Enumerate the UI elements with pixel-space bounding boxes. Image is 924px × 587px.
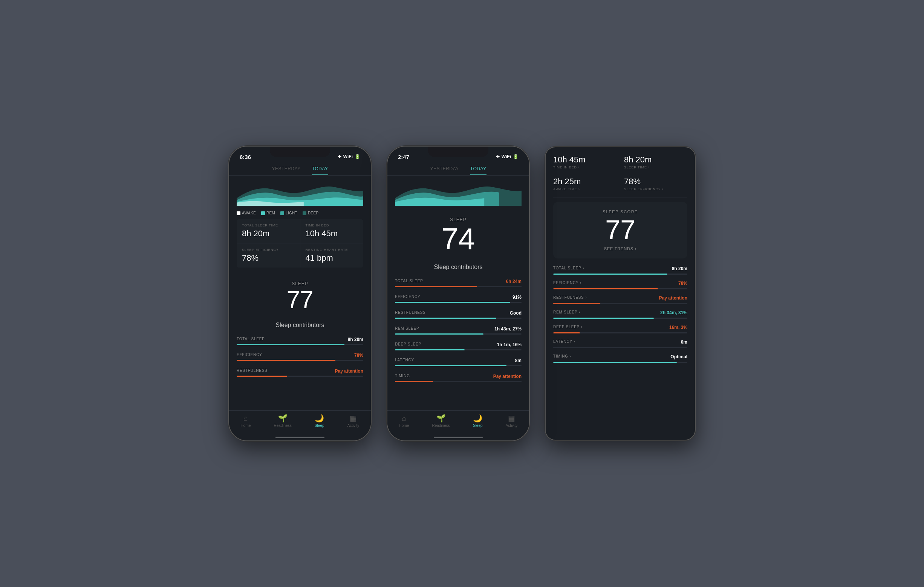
legend-dot-light (280, 211, 284, 215)
contrib-rest-3: RESTFULNESS › Pay attention (553, 295, 687, 304)
stat-efficiency: SLEEP EFFICIENCY 78% (237, 243, 300, 267)
contrib-rem-2: REM SLEEP 1h 43m, 27% (388, 323, 529, 338)
contrib-val-timing-3: Optimal (670, 354, 687, 359)
stat-awake-3[interactable]: 2h 25m AWAKE TIME › (553, 177, 617, 191)
nav-sleep-1[interactable]: 🌙 Sleep (315, 414, 325, 428)
phone-2: 2:47 ✈ WiFi 🔋 YESTERDAY TODAY (387, 146, 530, 441)
nav-readiness-label-1: Readiness (274, 424, 291, 428)
stat-label-total-sleep: TOTAL SLEEP TIME (242, 223, 295, 227)
contrib-val-lat-2: 8m (515, 358, 521, 363)
sleep-score-1: 77 (229, 288, 371, 312)
status-icons-1: ✈ WiFi 🔋 (338, 154, 360, 159)
nav-home-2[interactable]: ⌂ Home (399, 414, 409, 428)
nav-today-2[interactable]: TODAY (470, 166, 487, 175)
contrib-lbl-rem-3[interactable]: REM SLEEP › (553, 310, 580, 315)
contrib-name-rem-2: REM SLEEP (395, 326, 419, 331)
stat-total-sleep: TOTAL SLEEP TIME 8h 20m (237, 219, 300, 243)
bottom-nav-2: ⌂ Home 🌱 Readiness 🌙 Sleep ▦ Activity (388, 410, 529, 437)
partial-content-3: 10h 45m TIME IN BED › 8h 20m SLEEP TIME … (546, 147, 695, 376)
contrib-lbl-rest-3[interactable]: RESTFULNESS › (553, 295, 587, 301)
contrib-lat-2: LATENCY 8m (388, 354, 529, 370)
nav-readiness-1[interactable]: 🌱 Readiness (274, 414, 291, 428)
bar-eff-3 (553, 288, 658, 289)
legend-label-awake: AWAKE (242, 211, 256, 215)
bar-total-sleep-1 (237, 344, 345, 345)
bar-timing-2 (395, 381, 433, 382)
contrib-val-deep-2: 1h 1m, 16% (497, 342, 521, 347)
content-1[interactable]: AWAKE REM LIGHT DEEP (229, 176, 371, 410)
legend-dot-rem (261, 211, 265, 215)
nav-readiness-2[interactable]: 🌱 Readiness (432, 414, 450, 428)
nav-sleep-2[interactable]: 🌙 Sleep (473, 414, 483, 428)
legend-dot-deep (303, 211, 306, 215)
stat-val-awake-3: 2h 25m (553, 177, 617, 186)
activity-icon-2: ▦ (508, 414, 515, 422)
sleep-icon-2: 🌙 (473, 414, 482, 422)
contrib-name-total-sleep-1: TOTAL SLEEP (237, 337, 265, 342)
contrib-lbl-deep-3[interactable]: DEEP SLEEP › (553, 325, 582, 330)
nav-home-label-2: Home (399, 424, 409, 428)
contrib-val-restfulness-1: Pay attention (335, 368, 363, 374)
bar-efficiency-1 (237, 360, 335, 361)
see-trends-3[interactable]: SEE TRENDS › (561, 246, 680, 251)
stat-time-bed: TIME IN BED 10h 45m (300, 219, 364, 243)
bar-rest-2 (395, 318, 496, 319)
readiness-icon-2: 🌱 (436, 414, 446, 422)
bar-rem-3 (553, 318, 654, 319)
contrib-efficiency-1: EFFICIENCY 78% (229, 349, 371, 365)
wifi-icon-1: ✈ (338, 154, 342, 159)
legend-awake: AWAKE (237, 211, 256, 215)
contrib-name-timing-2: TIMING (395, 374, 410, 379)
contrib-total-sleep-1: TOTAL SLEEP 8h 20m (229, 333, 371, 349)
contrib-lbl-timing-3[interactable]: TIMING › (553, 354, 571, 359)
stat-value-heart-rate: 41 bpm (305, 253, 358, 263)
stat-label-heart-rate: RESTING HEART RATE (305, 248, 358, 252)
legend-rem: REM (261, 211, 275, 215)
stat-sleep-eff-3[interactable]: 78% SLEEP EFFICIENCY › (624, 177, 687, 191)
signal-icon-1: WiFi (343, 154, 353, 159)
contrib-val-total-sleep-1: 8h 20m (348, 337, 363, 342)
nav-yesterday-1[interactable]: YESTERDAY (272, 166, 300, 175)
contrib-val-deep-3: 16m, 3% (669, 325, 687, 330)
legend-dot-awake (237, 211, 241, 215)
phone-3: 10h 45m TIME IN BED › 8h 20m SLEEP TIME … (545, 147, 696, 440)
sleep-label-2: SLEEP (388, 217, 529, 222)
screen-1: 6:36 ✈ WiFi 🔋 YESTERDAY TODAY (229, 147, 371, 440)
nav-today-1[interactable]: TODAY (312, 166, 328, 175)
contrib-val-eff-3: 78% (678, 281, 687, 286)
contrib-lbl-lat-3[interactable]: LATENCY › (553, 340, 576, 345)
contrib-deep-2: DEEP SLEEP 1h 1m, 16% (388, 338, 529, 354)
stat-val-sleep-time-3: 8h 20m (624, 155, 687, 165)
bar-restfulness-1 (237, 376, 287, 377)
contrib-name-efficiency-1: EFFICIENCY (237, 353, 262, 358)
home-icon-1: ⌂ (243, 414, 248, 422)
legend-deep: DEEP (303, 211, 318, 215)
content-2[interactable]: SLEEP 74 Sleep contributors TOTAL SLEEP … (388, 176, 529, 410)
scene: 6:36 ✈ WiFi 🔋 YESTERDAY TODAY (228, 146, 696, 441)
stats-grid-1: TOTAL SLEEP TIME 8h 20m TIME IN BED 10h … (237, 219, 363, 267)
nav-sleep-label-2: Sleep (473, 424, 483, 428)
contrib-lat-3: LATENCY › 0m (553, 340, 687, 348)
bar-rest-3 (553, 303, 600, 304)
nav-activity-2[interactable]: ▦ Activity (506, 414, 518, 428)
sleep-center-1: SLEEP 77 (229, 274, 371, 316)
contrib-lbl-eff-3[interactable]: EFFICIENCY › (553, 281, 581, 286)
contrib-lbl-ts-3[interactable]: TOTAL SLEEP › (553, 266, 584, 271)
contrib-rest-2: RESTFULNESS Good (388, 307, 529, 323)
nav-activity-1[interactable]: ▦ Activity (347, 414, 360, 428)
nav-home-1[interactable]: ⌂ Home (241, 414, 251, 428)
contrib-val-ts-3: 8h 20m (672, 266, 687, 271)
contrib-name-deep-2: DEEP SLEEP (395, 342, 421, 347)
status-icons-2: ✈ WiFi 🔋 (496, 154, 518, 159)
contrib-name-eff-2: EFFICIENCY (395, 295, 420, 300)
bar-eff-2 (395, 302, 510, 303)
contrib-name-lat-2: LATENCY (395, 358, 414, 363)
stat-value-total-sleep: 8h 20m (242, 229, 295, 239)
stat-time-bed-3[interactable]: 10h 45m TIME IN BED › (553, 155, 617, 169)
bar-deep-2 (395, 349, 465, 350)
stat-sleep-time-3[interactable]: 8h 20m SLEEP TIME › (624, 155, 687, 169)
home-indicator-2 (434, 437, 483, 438)
nav-yesterday-2[interactable]: YESTERDAY (430, 166, 459, 175)
stat-val-time-bed-3: 10h 45m (553, 155, 617, 165)
legend-label-light: LIGHT (285, 211, 297, 215)
